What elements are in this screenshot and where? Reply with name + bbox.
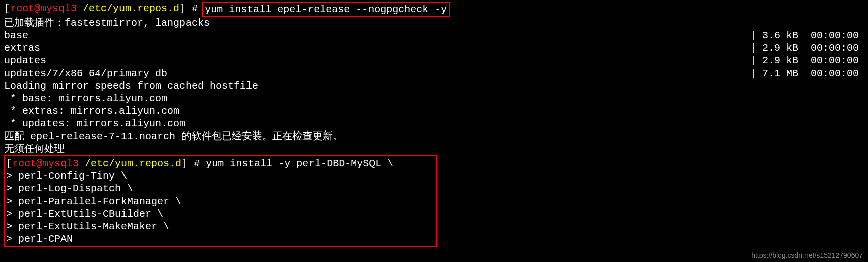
repo-name: updates/7/x86_64/primary_db (4, 67, 750, 80)
repo-line: base| 3.6 kB 00:00:00 (4, 29, 864, 42)
watermark: https://blog.csdn.net/s15212790607 (751, 251, 863, 260)
prompt-host: mysql3 (40, 2, 77, 17)
continuation-line: > perl-Parallel-ForkManager \ (6, 195, 432, 208)
output-nothing: 无须任何处理 (4, 143, 864, 155)
prompt-host-2: mysql3 (42, 157, 79, 170)
bracket-close-2: ] (181, 157, 188, 170)
highlighted-command-1: yum install epel-release --nogpgcheck -y (202, 2, 450, 17)
output-match: 匹配 epel-release-7-11.noarch 的软件包已经安装。正在检… (4, 130, 864, 143)
prompt-line-1: [root@mysql3 /etc/yum.repos.d] # yum ins… (4, 2, 864, 17)
bracket-open-2: [ (6, 157, 12, 170)
highlighted-command-block-2: [root@mysql3 /etc/yum.repos.d] # yum ins… (4, 155, 437, 247)
repo-name: extras (4, 42, 750, 54)
repo-line: updates| 2.9 kB 00:00:00 (4, 54, 864, 67)
mirror-line: * updates: mirrors.aliyun.com (4, 117, 864, 130)
repo-size-time: | 2.9 kB 00:00:00 (750, 54, 864, 67)
prompt-at: @ (34, 2, 40, 17)
repo-size-time: | 7.1 MB 00:00:00 (750, 67, 864, 80)
output-loading: Loading mirror speeds from cached hostfi… (4, 80, 864, 92)
prompt-user-2: root (12, 157, 36, 170)
prompt-user: root (10, 2, 34, 17)
prompt-line-2: [root@mysql3 /etc/yum.repos.d] # yum ins… (6, 157, 432, 170)
mirror-line: * base: mirrors.aliyun.com (4, 92, 864, 105)
continuation-line: > perl-ExtUtils-MakeMaker \ (6, 220, 432, 233)
bracket-open: [ (4, 2, 10, 17)
repo-name: base (4, 29, 750, 42)
prompt-hash: # (192, 2, 198, 17)
prompt-path-2: /etc/yum.repos.d (85, 157, 181, 170)
mirror-line: * extras: mirrors.aliyun.com (4, 105, 864, 117)
repo-line: extras| 2.9 kB 00:00:00 (4, 42, 864, 54)
repo-line: updates/7/x86_64/primary_db| 7.1 MB 00:0… (4, 67, 864, 80)
output-plugins: 已加载插件：fastestmirror, langpacks (4, 17, 864, 29)
continuation-line: > perl-ExtUtils-CBuilder \ (6, 208, 432, 220)
continuation-line: > perl-CPAN (6, 233, 432, 245)
continuation-line: > perl-Config-Tiny \ (6, 170, 432, 182)
command-text-1: yum install epel-release --nogpgcheck -y (205, 4, 447, 15)
command-text-2: yum install -y perl-DBD-MySQL \ (206, 157, 393, 170)
repo-name: updates (4, 54, 750, 67)
repo-size-time: | 2.9 kB 00:00:00 (750, 42, 864, 54)
repo-size-time: | 3.6 kB 00:00:00 (750, 29, 864, 42)
continuation-line: > perl-Log-Dispatch \ (6, 182, 432, 195)
prompt-path: /etc/yum.repos.d (83, 2, 179, 17)
prompt-hash-2: # (194, 157, 200, 170)
prompt-at-2: @ (36, 157, 42, 170)
bracket-close: ] (179, 2, 185, 17)
